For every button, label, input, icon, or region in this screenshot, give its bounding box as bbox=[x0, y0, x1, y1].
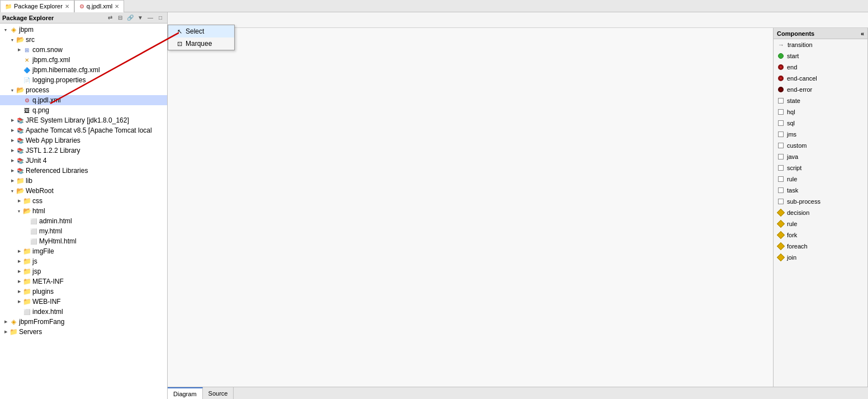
tree-item-myhtml-html[interactable]: ⬜ MyHtml.html bbox=[0, 236, 167, 246]
expand-imgFile[interactable] bbox=[16, 248, 22, 255]
tree-item-com-snow[interactable]: ⊞ com.snow bbox=[0, 45, 167, 55]
tab-close-package-explorer[interactable]: ✕ bbox=[65, 3, 69, 10]
tab-source[interactable]: Source bbox=[203, 387, 234, 400]
tree-label-q-png: q.png bbox=[32, 106, 49, 114]
tree-item-src[interactable]: 📂 src bbox=[0, 35, 167, 45]
palette-item-custom[interactable]: custom bbox=[774, 140, 867, 151]
expand-webroot[interactable] bbox=[9, 187, 16, 194]
tree-item-tomcat[interactable]: 📚 Apache Tomcat v8.5 [Apache Tomcat loca… bbox=[0, 125, 167, 135]
library-icon-junit: 📚 bbox=[16, 156, 25, 165]
palette-item-state[interactable]: state bbox=[774, 95, 867, 106]
tree-item-jbpmfromfang[interactable]: ◈ jbpmFromFang bbox=[0, 317, 167, 327]
tree-item-admin-html[interactable]: ⬜ admin.html bbox=[0, 216, 167, 226]
panel-title: Package Explorer bbox=[2, 15, 54, 21]
folder-icon-src: 📂 bbox=[16, 35, 25, 44]
link-editor-icon[interactable]: 🔗 bbox=[126, 13, 135, 22]
palette-item-sub-process[interactable]: sub-process bbox=[774, 196, 867, 207]
tree-item-jstl[interactable]: 📚 JSTL 1.2.2 Library bbox=[0, 145, 167, 156]
expand-js[interactable] bbox=[16, 258, 22, 265]
expand-css[interactable] bbox=[16, 198, 22, 204]
palette-item-join[interactable]: join bbox=[774, 252, 867, 263]
tree-item-webapp-lib[interactable]: 📚 Web App Libraries bbox=[0, 135, 167, 145]
tab-q-jpdl[interactable]: ⚙ q.jpdl.xml ✕ bbox=[74, 0, 124, 12]
palette-item-decision[interactable]: decision bbox=[774, 207, 867, 218]
palette-item-foreach[interactable]: foreach bbox=[774, 241, 867, 252]
tree-item-web-inf[interactable]: 📁 WEB-INF bbox=[0, 297, 167, 307]
tree-item-my-html[interactable]: ⬜ my.html bbox=[0, 226, 167, 236]
tree-item-js[interactable]: 📁 js bbox=[0, 256, 167, 266]
palette-collapse-icon[interactable]: « bbox=[861, 30, 864, 37]
palette-item-task[interactable]: task bbox=[774, 185, 867, 196]
expand-jbpmfromfang[interactable] bbox=[2, 318, 9, 325]
expand-lib[interactable] bbox=[9, 177, 16, 184]
palette-item-end[interactable]: end bbox=[774, 62, 867, 73]
join-icon bbox=[777, 254, 785, 261]
editor-canvas[interactable] bbox=[168, 28, 773, 387]
tree-item-lib[interactable]: 📁 lib bbox=[0, 176, 167, 186]
tree-item-jsp[interactable]: 📁 jsp bbox=[0, 266, 167, 276]
tree-item-jre-lib[interactable]: 📚 JRE System Library [jdk1.8.0_162] bbox=[0, 115, 167, 125]
palette-item-start[interactable]: start bbox=[774, 50, 867, 62]
palette-item-transition[interactable]: → transition bbox=[774, 39, 867, 50]
expand-webapp-lib[interactable] bbox=[9, 137, 16, 144]
tree-item-process[interactable]: 📂 process bbox=[0, 85, 167, 95]
tree-item-jbpm-cfg[interactable]: ✕ jbpm.cfg.xml bbox=[0, 55, 167, 65]
expand-servers[interactable] bbox=[2, 328, 9, 335]
library-icon-jre: 📚 bbox=[16, 116, 25, 125]
sync-icon[interactable]: ⇄ bbox=[106, 13, 115, 22]
expand-meta-inf[interactable] bbox=[16, 278, 22, 285]
editor-palette-area: Components « → transition start bbox=[168, 28, 868, 387]
tree-label-jbpmfromfang: jbpmFromFang bbox=[19, 318, 64, 326]
palette-item-hql[interactable]: hql bbox=[774, 106, 867, 118]
tree-item-ref-lib[interactable]: 📚 Referenced Libraries bbox=[0, 166, 167, 176]
minimize-icon[interactable]: — bbox=[146, 13, 155, 22]
tree-item-plugins[interactable]: 📁 plugins bbox=[0, 287, 167, 297]
tree-item-jbpm[interactable]: ◈ jbpm bbox=[0, 25, 167, 35]
tree-item-webroot[interactable]: 📂 WebRoot bbox=[0, 186, 167, 196]
tree-item-servers[interactable]: 📁 Servers bbox=[0, 327, 167, 337]
menu-item-marquee[interactable]: ⊡ Marquee bbox=[168, 37, 234, 50]
tree-item-index-html[interactable]: ⬜ index.html bbox=[0, 307, 167, 317]
palette-item-script[interactable]: script bbox=[774, 162, 867, 173]
expand-jbpm[interactable] bbox=[2, 26, 9, 33]
tab-package-explorer[interactable]: 📁 Package Explorer ✕ bbox=[0, 0, 74, 12]
palette-item-sql[interactable]: sql bbox=[774, 118, 867, 129]
collapse-all-icon[interactable]: ⊟ bbox=[116, 13, 125, 22]
custom-icon bbox=[778, 143, 784, 148]
tree-item-logging[interactable]: 📄 logging.properties bbox=[0, 75, 167, 85]
expand-ref-lib[interactable] bbox=[9, 167, 16, 174]
expand-jsp[interactable] bbox=[16, 268, 22, 275]
tree-item-q-png[interactable]: 🖼 q.png bbox=[0, 105, 167, 115]
palette-item-fork[interactable]: fork bbox=[774, 229, 867, 241]
expand-html[interactable] bbox=[16, 208, 22, 214]
tree-item-imgFile[interactable]: 📁 imgFile bbox=[0, 246, 167, 256]
tree-item-q-jpdl[interactable]: ⚙ q.jpdl.xml bbox=[0, 95, 167, 105]
palette-item-jms[interactable]: jms bbox=[774, 129, 867, 140]
expand-tomcat[interactable] bbox=[9, 127, 16, 134]
expand-jstl[interactable] bbox=[9, 147, 16, 154]
expand-web-inf[interactable] bbox=[16, 298, 22, 305]
jms-icon bbox=[778, 132, 784, 137]
tree-item-jbpm-hibernate[interactable]: 🔷 jbpm.hibernate.cfg.xml bbox=[0, 65, 167, 75]
tree-item-html[interactable]: 📂 html bbox=[0, 206, 167, 216]
palette-item-java[interactable]: java bbox=[774, 151, 867, 162]
tree-item-junit[interactable]: 📚 JUnit 4 bbox=[0, 156, 167, 166]
expand-plugins[interactable] bbox=[16, 288, 22, 295]
palette-label-end-error: end-error bbox=[787, 86, 812, 93]
menu-item-select[interactable]: ↖ Select bbox=[168, 25, 234, 37]
tree-item-meta-inf[interactable]: 📁 META-INF bbox=[0, 276, 167, 287]
palette-item-end-error[interactable]: end-error bbox=[774, 84, 867, 95]
maximize-icon[interactable]: □ bbox=[156, 13, 165, 22]
tree-item-css[interactable]: 📁 css bbox=[0, 196, 167, 206]
expand-src[interactable] bbox=[9, 36, 16, 43]
expand-jre-lib[interactable] bbox=[9, 117, 16, 124]
expand-process[interactable] bbox=[9, 87, 16, 93]
palette-item-rule2[interactable]: rule bbox=[774, 218, 867, 229]
tab-diagram[interactable]: Diagram bbox=[168, 387, 203, 400]
palette-item-end-cancel[interactable]: end-cancel bbox=[774, 73, 867, 84]
expand-junit[interactable] bbox=[9, 157, 16, 164]
expand-com-snow[interactable] bbox=[16, 46, 22, 53]
tab-close-q-jpdl[interactable]: ✕ bbox=[115, 3, 119, 10]
palette-item-rule[interactable]: rule bbox=[774, 173, 867, 185]
view-menu-icon[interactable]: ▼ bbox=[136, 13, 145, 22]
